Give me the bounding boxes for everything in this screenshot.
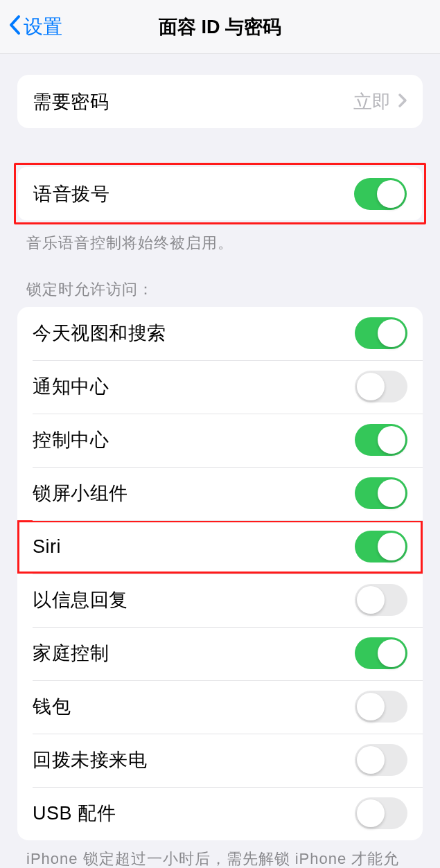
- lock-access-label: 家庭控制: [33, 641, 109, 666]
- lock-access-row-siri: Siri: [17, 520, 423, 574]
- lock-access-footer: iPhone 锁定超过一小时后，需先解锁 iPhone 才能允许USB 配件连接…: [26, 849, 414, 868]
- lock-access-label: 以信息回复: [33, 587, 128, 612]
- lock-access-toggle-siri[interactable]: [355, 531, 407, 563]
- voice-dial-label: 语音拨号: [33, 181, 109, 206]
- lock-access-label: 通知中心: [33, 374, 109, 399]
- lock-access-label: USB 配件: [33, 801, 116, 826]
- voice-dial-group: 语音拨号: [18, 167, 422, 220]
- navigation-bar: 设置 面容 ID 与密码: [0, 0, 440, 54]
- lock-access-toggle-回拨未接来电[interactable]: [355, 744, 407, 776]
- require-passcode-group: 需要密码 立即: [17, 75, 423, 128]
- lock-access-row-以信息回复: 以信息回复: [17, 574, 423, 627]
- lock-access-row-今天视图和搜索: 今天视图和搜索: [17, 307, 423, 360]
- lock-access-row-家庭控制: 家庭控制: [17, 627, 423, 680]
- lock-access-row-回拨未接来电: 回拨未接来电: [17, 734, 423, 787]
- voice-dial-row: 语音拨号: [18, 167, 422, 220]
- lock-access-row-通知中心: 通知中心: [17, 360, 423, 414]
- lock-access-toggle-钱包[interactable]: [355, 691, 407, 723]
- lock-access-label: 控制中心: [33, 427, 109, 452]
- lock-access-header: 锁定时允许访问：: [26, 279, 414, 300]
- lock-access-toggle-家庭控制[interactable]: [355, 637, 407, 669]
- require-passcode-value: 立即: [353, 89, 391, 114]
- lock-access-label: 回拨未接来电: [33, 747, 147, 772]
- lock-access-toggle-通知中心[interactable]: [355, 371, 407, 402]
- lock-access-toggle-usb-配件[interactable]: [355, 797, 407, 829]
- lock-access-group: 今天视图和搜索通知中心控制中心锁屏小组件Siri以信息回复家庭控制钱包回拨未接来…: [17, 307, 423, 840]
- lock-access-row-控制中心: 控制中心: [17, 414, 423, 467]
- voice-dial-toggle[interactable]: [354, 178, 407, 210]
- lock-access-row-usb-配件: USB 配件: [17, 787, 423, 840]
- voice-dial-highlight: 语音拨号: [14, 163, 426, 224]
- lock-access-label: 钱包: [33, 694, 71, 719]
- chevron-right-icon: [398, 93, 407, 111]
- lock-access-row-锁屏小组件: 锁屏小组件: [17, 467, 423, 520]
- lock-access-label: 锁屏小组件: [33, 481, 128, 506]
- lock-access-toggle-控制中心[interactable]: [355, 424, 407, 456]
- require-passcode-row[interactable]: 需要密码 立即: [17, 75, 423, 128]
- back-label: 设置: [24, 14, 62, 40]
- lock-access-toggle-锁屏小组件[interactable]: [355, 477, 407, 509]
- require-passcode-label: 需要密码: [33, 89, 109, 114]
- lock-access-row-钱包: 钱包: [17, 680, 423, 734]
- back-button[interactable]: 设置: [0, 13, 62, 40]
- lock-access-label: 今天视图和搜索: [33, 321, 166, 346]
- lock-access-toggle-今天视图和搜索[interactable]: [355, 317, 407, 349]
- voice-dial-footer: 音乐语音控制将始终被启用。: [26, 233, 414, 254]
- chevron-left-icon: [8, 15, 21, 40]
- lock-access-toggle-以信息回复[interactable]: [355, 584, 407, 616]
- page-title: 面容 ID 与密码: [0, 15, 440, 39]
- lock-access-label: Siri: [33, 536, 61, 558]
